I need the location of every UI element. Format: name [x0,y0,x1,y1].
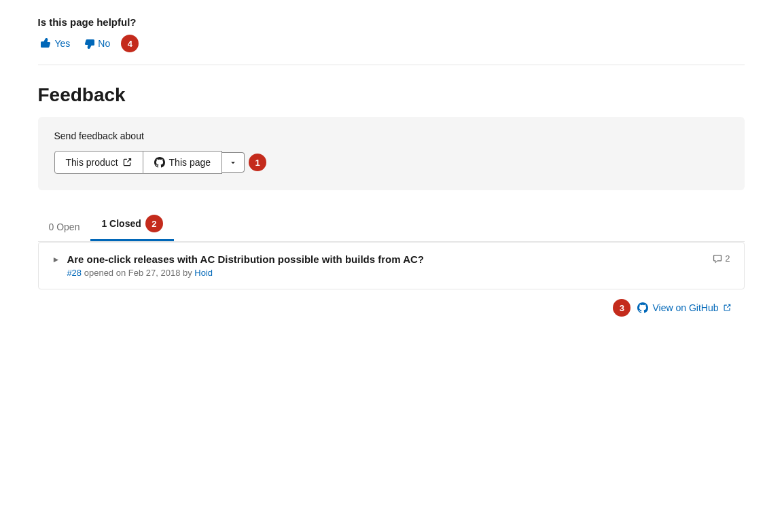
footer-row: 3 View on GitHub [38,289,745,326]
github-footer-icon [637,302,648,313]
feedback-send-label: Send feedback about [54,130,728,141]
chevron-down-icon [229,158,237,166]
tab-closed[interactable]: 1 Closed 2 [90,209,173,241]
issue-meta-text: opened on Feb 27, 2018 by [84,268,195,278]
footer-badge3: 3 [613,299,630,317]
issue-meta: #28 opened on Feb 27, 2018 by Hoid [67,268,706,278]
external-link-footer-icon [723,304,731,312]
tabs-badge2: 2 [145,215,163,232]
thumbs-up-icon [41,38,52,49]
github-icon [154,157,165,168]
no-label: No [98,38,110,49]
feedback-section: Feedback Send feedback about This produc… [38,84,745,326]
helpful-question: Is this page helpful? [38,16,745,28]
chevron-right-icon: ► [52,255,60,264]
feedback-box: Send feedback about This product This pa… [38,117,745,190]
tab-closed-label: 1 Closed [101,218,141,229]
helpful-buttons: Yes No 4 [38,35,745,52]
issue-title: Are one-click releases with AC Distribut… [67,253,706,265]
tab-open-label: 0 Open [49,221,80,232]
this-page-button[interactable]: This page [143,151,222,174]
this-product-button[interactable]: This product [54,151,143,174]
feedback-badge1: 1 [249,154,266,171]
view-github-label: View on GitHub [652,302,718,313]
issue-number-link[interactable]: #28 [67,268,82,278]
comment-icon [713,254,722,264]
dropdown-button[interactable] [222,152,245,173]
yes-label: Yes [55,38,71,49]
feedback-buttons-row: This product This page 1 [54,151,728,174]
page-label: This page [169,157,211,168]
tab-closed-wrap: 1 Closed 2 [101,215,162,232]
tab-open[interactable]: 0 Open [38,216,91,241]
helpful-section: Is this page helpful? Yes No 4 [38,16,745,65]
table-row: ► Are one-click releases with AC Distrib… [39,243,744,289]
yes-button[interactable]: Yes [38,37,73,50]
issue-author-link[interactable]: Hoid [194,268,213,278]
external-link-icon [122,158,132,167]
feedback-title: Feedback [38,84,745,106]
issue-content: Are one-click releases with AC Distribut… [67,253,706,278]
helpful-badge: 4 [121,35,139,52]
no-button[interactable]: No [81,37,113,50]
issue-list: ► Are one-click releases with AC Distrib… [38,242,745,289]
comment-count: 2 [725,253,730,264]
issue-comment-count: 2 [713,253,730,264]
tabs-row: 0 Open 1 Closed 2 [38,209,745,242]
thumbs-down-icon [84,38,94,49]
product-label: This product [66,157,118,168]
view-on-github-link[interactable]: View on GitHub [637,302,730,313]
